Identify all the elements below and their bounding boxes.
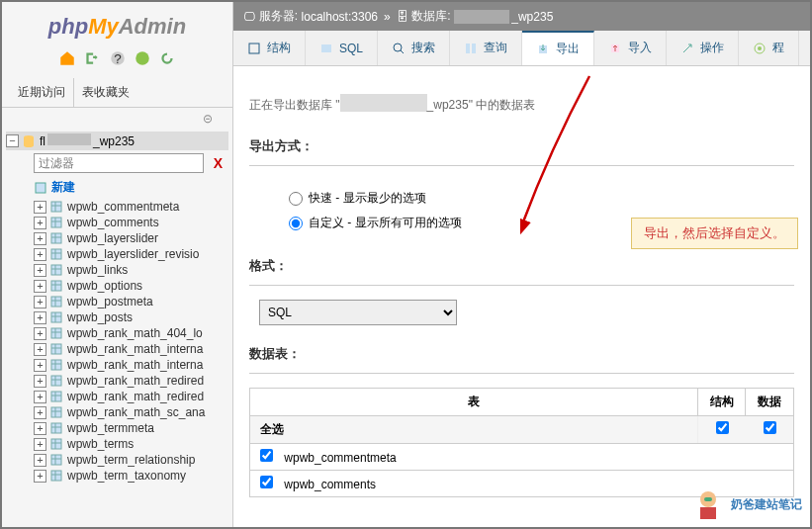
table-icon [49,231,63,245]
table-node[interactable]: +wpwb_posts [6,309,228,325]
svg-rect-10 [51,218,61,227]
table-node[interactable]: +wpwb_layerslider_revisio [6,246,228,262]
logout-icon[interactable] [83,49,101,67]
expand-icon[interactable]: + [34,375,46,388]
expand-icon[interactable]: + [34,280,46,293]
table-node[interactable]: +wpwb_termmeta [6,420,228,436]
collapse-icon[interactable]: − [6,134,19,147]
expand-icon[interactable]: + [34,343,46,356]
expand-icon[interactable]: + [34,232,46,245]
sidebar-toolbar: ? [2,45,232,78]
reload-icon[interactable] [158,49,176,67]
svg-rect-55 [51,455,61,465]
expand-icon[interactable]: + [34,248,46,261]
table-icon [49,469,63,483]
content: 正在导出数据库 "_wp235" 中的数据表 导出方式： 快速 - 显示最少的选… [233,66,810,521]
svg-rect-40 [51,376,61,386]
expand-icon[interactable]: + [34,359,46,372]
expand-icon[interactable]: + [34,438,46,451]
new-table-row[interactable]: 新建 [6,176,228,199]
tab-sql[interactable]: SQL [306,31,378,65]
select-all-data[interactable] [764,421,776,434]
table-node[interactable]: +wpwb_commentmeta [6,199,228,215]
table-icon [49,310,63,324]
tab-query[interactable]: 查询 [450,31,522,65]
table-node[interactable]: +wpwb_rank_math_sc_ana [6,404,228,420]
settings-icon[interactable] [134,49,151,67]
tabs: 结构 SQL 搜索 查询 导出 导入 操作 程 [233,31,810,66]
table-node[interactable]: +wpwb_rank_math_interna [6,341,228,357]
col-structure-header: 结构 [698,389,746,415]
tab-search[interactable]: 搜索 [378,31,450,65]
svg-rect-19 [51,265,61,275]
table-node[interactable]: +wpwb_rank_math_redired [6,373,228,389]
select-all-label[interactable]: 全选 [250,416,698,443]
annotation-callout: 导出，然后选择自定义。 [631,218,798,249]
breadcrumb: 🖵 服务器: localhost:3306 » 🗄 数据库: _wp235 [233,2,810,31]
svg-rect-52 [51,439,61,449]
row-checkbox[interactable] [260,476,273,488]
table-node[interactable]: +wpwb_layerslider [6,230,228,246]
table-node[interactable]: +wpwb_term_relationship [6,452,228,468]
table-node[interactable]: +wpwb_links [6,262,228,278]
clear-filter-button[interactable]: X [208,155,228,171]
expand-icon[interactable]: + [34,391,46,403]
expand-icon[interactable]: + [34,201,46,214]
svg-rect-65 [466,44,470,53]
tables-header: 表 结构 数据 [249,388,794,416]
tab-import[interactable]: 导入 [594,31,667,65]
table-icon [49,437,63,451]
svg-point-70 [758,46,762,50]
recent-tab[interactable]: 近期访问 [10,78,74,107]
table-icon [49,263,63,277]
svg-rect-13 [51,233,61,243]
expand-icon[interactable]: + [34,327,46,340]
expand-icon[interactable]: + [34,454,46,467]
col-table-header: 表 [250,389,698,415]
filter-input[interactable] [34,153,204,173]
radio-custom[interactable] [289,217,303,230]
expand-icon[interactable]: + [34,470,46,483]
operations-icon [680,42,694,55]
table-node[interactable]: +wpwb_term_taxonomy [6,468,228,484]
format-select[interactable]: SQL [259,300,457,325]
table-node[interactable]: +wpwb_rank_math_404_lo [6,325,228,341]
tab-export[interactable]: 导出 [522,31,594,65]
expand-icon[interactable]: + [34,406,46,419]
tab-operations[interactable]: 操作 [667,31,739,65]
svg-rect-7 [51,202,61,212]
server-value[interactable]: localhost:3306 [302,10,378,24]
svg-rect-72 [700,507,716,519]
table-node[interactable]: +wpwb_rank_math_redired [6,389,228,404]
svg-rect-37 [51,360,61,370]
svg-rect-43 [51,392,61,401]
expand-icon[interactable]: + [34,296,46,309]
server-label: 服务器: [259,8,298,25]
table-node[interactable]: +wpwb_options [6,278,228,294]
expand-icon[interactable]: + [34,264,46,277]
docs-icon[interactable]: ? [109,49,127,67]
new-icon [34,181,47,195]
select-all-structure[interactable] [716,421,729,434]
tab-routines[interactable]: 程 [739,31,799,65]
tab-structure[interactable]: 结构 [233,31,306,65]
link-icon[interactable]: ⊝ [2,108,232,130]
server-icon: 🖵 [243,10,255,24]
table-node[interactable]: +wpwb_rank_math_interna [6,357,228,373]
table-node[interactable]: +wpwb_postmeta [6,294,228,309]
expand-icon[interactable]: + [34,217,46,229]
svg-rect-62 [321,44,331,52]
expand-icon[interactable]: + [34,422,46,435]
radio-quick[interactable] [289,192,303,206]
table-row: wpwb_commentmeta [249,444,794,471]
expand-icon[interactable]: + [34,311,46,324]
row-checkbox[interactable] [260,449,273,462]
table-icon [49,200,63,214]
table-node[interactable]: +wpwb_comments [6,215,228,230]
database-node[interactable]: − fl_wp235 [6,132,228,150]
svg-rect-25 [51,297,61,307]
table-node[interactable]: +wpwb_terms [6,436,228,452]
home-icon[interactable] [58,49,76,67]
favorites-tab[interactable]: 表收藏夹 [74,78,137,107]
sidebar: phpMyAdmin ? 近期访问 表收藏夹 ⊝ − fl_wp235 X 新建… [2,2,233,527]
